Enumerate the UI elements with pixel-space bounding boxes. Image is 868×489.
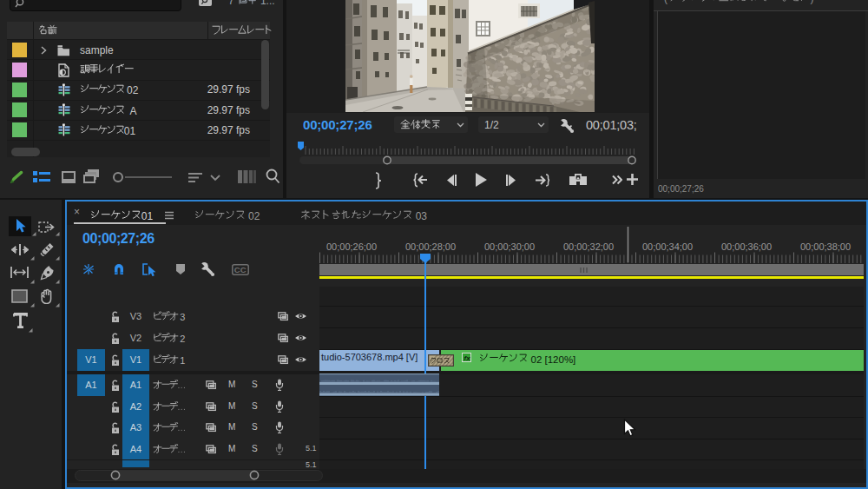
svg-text:1...: 1... <box>260 0 275 7</box>
svg-text:00;00;34;00: 00;00;34;00 <box>642 241 693 252</box>
svg-text:[120%]: [120%] <box>545 354 576 364</box>
svg-text:02: 02 <box>127 85 139 97</box>
svg-text:00;00;30;00: 00;00;30;00 <box>484 241 535 252</box>
svg-text:2: 2 <box>180 334 185 344</box>
svg-text:01: 01 <box>124 125 136 137</box>
svg-text:00;00;32;00: 00;00;32;00 <box>563 241 614 252</box>
svg-text:sample: sample <box>80 44 114 56</box>
svg-text:00;00;38;00: 00;00;38;00 <box>800 241 851 252</box>
svg-text:01: 01 <box>141 210 154 222</box>
svg-text:A: A <box>130 105 137 117</box>
svg-text:CC: CC <box>234 265 247 274</box>
svg-text:(: ( <box>664 0 667 4</box>
svg-text:00;00;36;00: 00;00;36;00 <box>721 241 772 252</box>
svg-text:03: 03 <box>416 210 428 222</box>
svg-text:00;00;26;00: 00;00;26;00 <box>326 241 377 252</box>
svg-text:7: 7 <box>228 0 234 7</box>
svg-text:): ) <box>811 0 814 4</box>
svg-text:02: 02 <box>248 210 260 222</box>
svg-text:02: 02 <box>531 354 542 364</box>
svg-text:fx: fx <box>464 354 470 362</box>
svg-text:3: 3 <box>180 312 185 322</box>
svg-text:1: 1 <box>180 355 185 366</box>
svg-text:00;00;28;00: 00;00;28;00 <box>405 241 456 252</box>
